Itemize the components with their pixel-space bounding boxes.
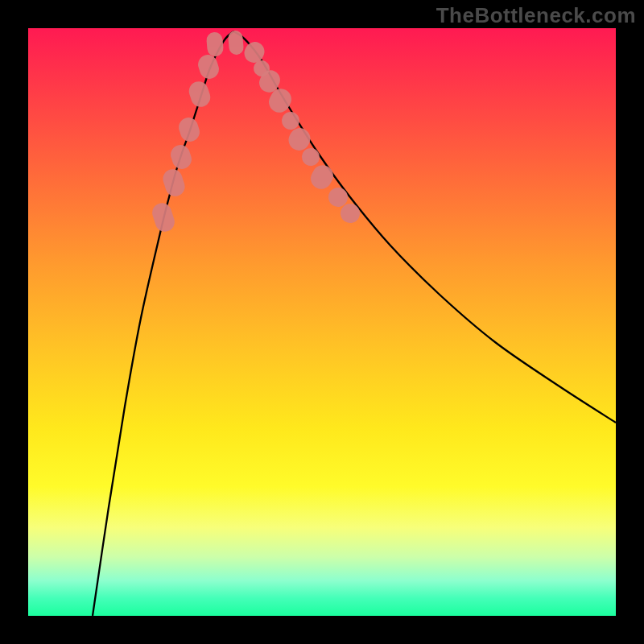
curve-marker: [307, 162, 336, 193]
curve-right-branch: [233, 31, 616, 423]
curve-marker: [187, 79, 213, 109]
curve-marker: [196, 52, 221, 81]
curve-marker: [228, 30, 245, 55]
curve-marker: [206, 31, 225, 57]
highlight-markers: [150, 30, 363, 234]
curve-left-branch: [93, 31, 233, 616]
curve-marker: [176, 115, 202, 144]
chart-frame: TheBottleneck.com: [0, 0, 644, 644]
watermark-label: TheBottleneck.com: [436, 3, 636, 28]
curve-marker: [160, 167, 187, 199]
curve-marker: [150, 200, 177, 234]
curve-marker: [168, 142, 194, 171]
curve-overlay: [28, 28, 616, 616]
plot-area: [28, 28, 616, 616]
